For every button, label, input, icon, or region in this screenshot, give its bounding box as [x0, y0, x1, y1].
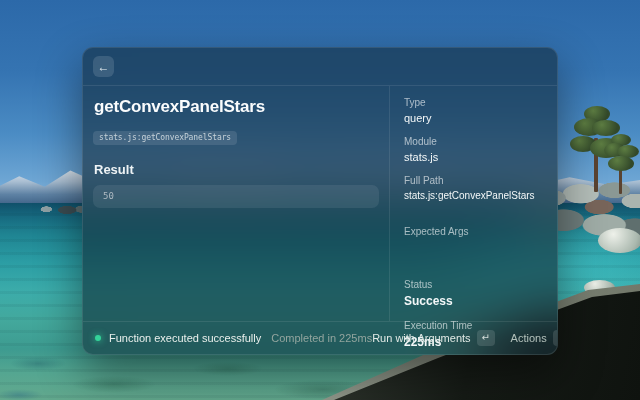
type-value: query [404, 112, 543, 125]
type-label: Type [404, 97, 543, 108]
panel-body: getConvexPanelStars stats.js:getConvexPa… [83, 86, 557, 321]
detail-field-module: Module stats.js [404, 136, 543, 164]
actions-menu-button[interactable]: Actions ⌘ K [511, 330, 558, 346]
full-path-label: Full Path [404, 175, 543, 186]
actions-label: Actions [511, 332, 547, 344]
run-with-arguments-label: Run with Arguments [372, 332, 470, 344]
result-value: 50 [103, 191, 114, 201]
back-arrow-icon: ← [98, 61, 110, 73]
full-path-value: stats.js:getConvexPanelStars [404, 190, 543, 202]
function-main-column: getConvexPanelStars stats.js:getConvexPa… [83, 86, 389, 321]
detail-section-meta: Type query Module stats.js Full Path sta… [390, 86, 557, 215]
desktop: ← getConvexPanelStars stats.js:getConvex… [0, 0, 640, 400]
module-value: stats.js [404, 151, 543, 164]
white-boulder-large [598, 228, 640, 253]
detail-field-full-path: Full Path stats.js:getConvexPanelStars [404, 175, 543, 202]
wallpaper-small-rocks [36, 201, 88, 216]
result-heading: Result [94, 162, 379, 177]
status-value: Success [404, 294, 543, 308]
pine-tree-small [602, 134, 640, 194]
result-value-block: 50 [93, 185, 379, 208]
function-path-badge: stats.js:getConvexPanelStars [93, 131, 237, 145]
panel-header: ← [83, 48, 557, 86]
module-label: Module [404, 136, 543, 147]
wallpaper-lakebed-mottling [0, 348, 380, 400]
execution-status-message: Function executed successfully [109, 332, 261, 344]
back-button[interactable]: ← [93, 56, 114, 77]
return-key-icon: ↵ [477, 330, 495, 346]
run-with-arguments-button[interactable]: Run with Arguments ↵ [372, 330, 494, 346]
detail-field-status: Status Success [404, 279, 543, 308]
panel-footer: Function executed successfully Completed… [83, 321, 557, 354]
detail-section-expected-args: Expected Args [390, 215, 557, 268]
status-label: Status [404, 279, 543, 290]
command-key-icon: ⌘ [553, 330, 558, 346]
completed-time-message: Completed in 225ms [271, 332, 372, 344]
expected-args-label: Expected Args [404, 226, 543, 237]
success-status-dot [95, 335, 101, 341]
function-details-sidebar: Type query Module stats.js Full Path sta… [390, 86, 557, 321]
detail-field-type: Type query [404, 97, 543, 125]
function-title: getConvexPanelStars [94, 97, 379, 117]
function-detail-panel: ← getConvexPanelStars stats.js:getConvex… [82, 47, 558, 355]
